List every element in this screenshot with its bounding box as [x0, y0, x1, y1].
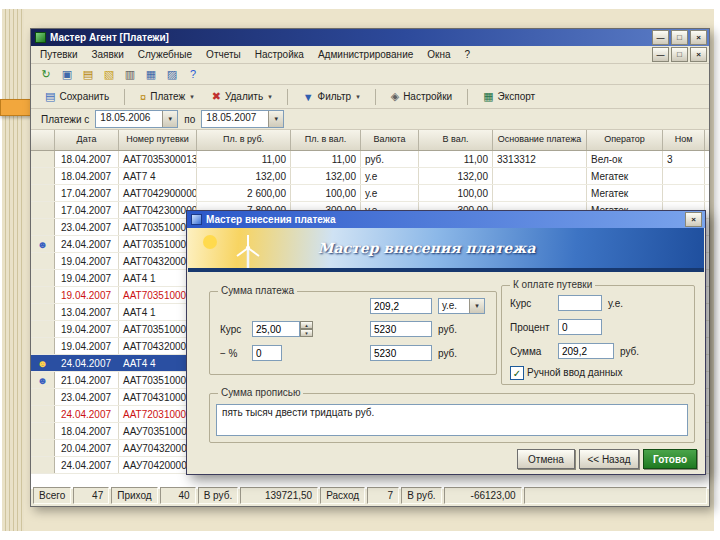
- mdi-minimize-button[interactable]: —: [652, 47, 669, 62]
- column-header[interactable]: Основание платежа: [493, 130, 587, 150]
- column-header[interactable]: [31, 130, 55, 150]
- row-gutter: [31, 287, 55, 303]
- status-filler: [524, 487, 707, 504]
- spin-up-icon[interactable]: ▴: [300, 321, 313, 329]
- total-rub-input[interactable]: [370, 345, 432, 361]
- print-icon[interactable]: ▥: [121, 66, 139, 83]
- settings-button[interactable]: ◈Настройки: [383, 87, 461, 106]
- new-record-icon[interactable]: ▣: [58, 66, 76, 83]
- pay-rate-input[interactable]: [558, 295, 602, 311]
- dialog-banner: Мастер внесения платежа: [188, 228, 704, 272]
- cell-date: 21.04.2007: [55, 372, 119, 388]
- chevron-down-icon[interactable]: ▾: [268, 111, 283, 127]
- minimize-button[interactable]: —: [652, 30, 669, 45]
- delete-icon: ✖: [212, 90, 221, 103]
- dialog-titlebar[interactable]: Мастер внесения платежа ×: [187, 211, 705, 228]
- status-value: -66123,00: [444, 487, 522, 504]
- menu-item[interactable]: Заявки: [85, 48, 131, 61]
- cell-date: 18.04.2007: [55, 423, 119, 439]
- cell-date: 23.04.2007: [55, 219, 119, 235]
- column-header[interactable]: Дата: [55, 130, 119, 150]
- back-button[interactable]: << Назад: [579, 449, 639, 469]
- cell-date: 20.04.2007: [55, 440, 119, 456]
- cell-voucher: ААТ7035300013: [119, 151, 197, 167]
- save-button[interactable]: ▤Сохранить: [37, 87, 117, 106]
- cell-val: 11,00: [291, 151, 361, 167]
- pay-sum-input[interactable]: [558, 343, 614, 359]
- amount-rub-input[interactable]: [370, 321, 432, 337]
- column-header[interactable]: Ном: [663, 130, 705, 150]
- cell-num: [663, 185, 705, 201]
- save-label: Сохранить: [59, 91, 109, 102]
- card-icon[interactable]: ▨: [163, 66, 181, 83]
- cell-date: 19.04.2007: [55, 270, 119, 286]
- column-header[interactable]: Номер путевки: [119, 130, 197, 150]
- column-header[interactable]: Оператор: [587, 130, 663, 150]
- date-to-select[interactable]: 18.05.2007 ▾: [201, 110, 284, 128]
- percent-input[interactable]: [558, 319, 602, 335]
- chevron-down-icon[interactable]: ▾: [162, 111, 177, 127]
- menu-item[interactable]: Окна: [420, 48, 457, 61]
- payment-button[interactable]: ¤Платеж▾: [132, 88, 202, 106]
- status-bar: Всего47Приход40В руб.139721,50Расход7В р…: [33, 487, 707, 504]
- column-header[interactable]: Валюта: [361, 130, 419, 150]
- dropdown-arrow-icon: ▾: [190, 93, 194, 101]
- menu-item[interactable]: Служебные: [131, 48, 199, 61]
- menu-item[interactable]: Администрирование: [311, 48, 420, 61]
- column-header[interactable]: Пл. в руб.: [197, 130, 291, 150]
- table-row[interactable]: 18.04.2007ААТ703530001311,0011,00руб.11,…: [31, 151, 709, 168]
- cell-date: 23.04.2007: [55, 389, 119, 405]
- status-value: 40: [160, 487, 196, 504]
- maximize-button[interactable]: □: [671, 30, 688, 45]
- cell-vval: 100,00: [419, 185, 493, 201]
- cancel-button[interactable]: Отмена: [517, 449, 575, 469]
- amount-in-words-text: пять тысяч двести тридцать руб.: [222, 407, 374, 418]
- toolbar-separator: [467, 89, 468, 105]
- open-icon[interactable]: ▤: [79, 66, 97, 83]
- close-button[interactable]: ×: [690, 30, 707, 45]
- discount-input[interactable]: [252, 345, 282, 361]
- menu-item[interactable]: Настройка: [248, 48, 311, 61]
- cell-date: 19.04.2007: [55, 253, 119, 269]
- mdi-close-button[interactable]: ×: [690, 47, 707, 62]
- cell-num: [663, 168, 705, 184]
- folder-icon[interactable]: ▧: [100, 66, 118, 83]
- cell-date: 24.04.2007: [55, 236, 119, 252]
- window-titlebar[interactable]: Мастер Агент [Платежи] — □ ×: [31, 29, 709, 46]
- mdi-restore-button[interactable]: □: [671, 47, 688, 62]
- done-button[interactable]: Готово: [643, 449, 697, 469]
- spin-down-icon[interactable]: ▾: [300, 329, 313, 337]
- menu-item[interactable]: Отчеты: [199, 48, 248, 61]
- cell-vval: 132,00: [419, 168, 493, 184]
- cell-date: 19.04.2007: [55, 287, 119, 303]
- menu-item[interactable]: ?: [458, 48, 478, 61]
- date-from-select[interactable]: 18.05.2006 ▾: [95, 110, 178, 128]
- cell-oper: Мегатек: [587, 185, 663, 201]
- cell-val: 100,00: [291, 185, 361, 201]
- column-header[interactable]: Пл. в вал.: [291, 130, 361, 150]
- amount-currency-input[interactable]: [370, 298, 432, 314]
- filter-button[interactable]: ▼Фильтр▾: [295, 88, 368, 106]
- column-header[interactable]: В вал.: [419, 130, 493, 150]
- cell-rub: 11,00: [197, 151, 291, 167]
- table-row[interactable]: 18.04.2007ААТ7 4132,00132,00у.е132,00Мег…: [31, 168, 709, 185]
- table-row[interactable]: 17.04.2007ААТ70429000002 600,00100,00у.е…: [31, 185, 709, 202]
- rate-input[interactable]: [252, 321, 300, 337]
- manual-entry-checkbox[interactable]: ✓: [510, 366, 524, 380]
- dialog-close-icon[interactable]: ×: [685, 212, 702, 227]
- chevron-down-icon[interactable]: ▾: [469, 299, 484, 313]
- refresh-icon[interactable]: ↻: [37, 66, 55, 83]
- menu-item[interactable]: Путевки: [33, 48, 85, 61]
- cell-date: 19.04.2007: [55, 338, 119, 354]
- rate-spinner[interactable]: ▴▾: [300, 321, 313, 337]
- payment-wizard-dialog: Мастер внесения платежа × Мастер внесени…: [186, 210, 706, 475]
- delete-button[interactable]: ✖Удалить▾: [204, 87, 280, 106]
- currency-select[interactable]: у.е. ▾: [438, 298, 485, 314]
- grid-icon[interactable]: ▦: [142, 66, 160, 83]
- row-gutter: [31, 321, 55, 337]
- amount-in-words-box[interactable]: пять тысяч двести тридцать руб.: [216, 404, 688, 436]
- cell-val: 132,00: [291, 168, 361, 184]
- row-gutter: [31, 168, 55, 184]
- export-button[interactable]: ▦Экспорт: [475, 87, 543, 106]
- help-icon[interactable]: ?: [184, 66, 202, 83]
